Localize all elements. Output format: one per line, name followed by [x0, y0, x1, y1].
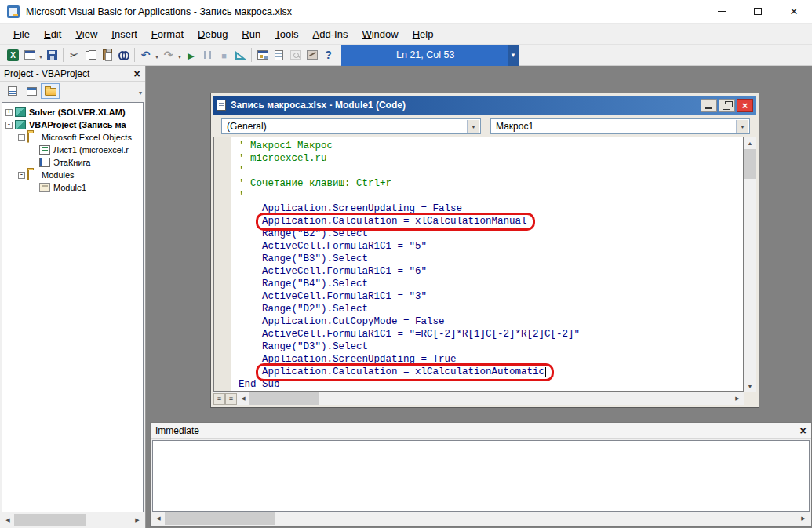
project-panel-title: Project - VBAProject: [4, 68, 89, 79]
full-module-view-button[interactable]: [225, 393, 237, 405]
view-code-button[interactable]: [3, 83, 22, 99]
scroll-down-icon[interactable]: [744, 380, 756, 392]
menu-item-debug[interactable]: Debug: [191, 25, 235, 43]
minimize-button[interactable]: [704, 0, 740, 23]
tree-item-solver[interactable]: Solver (SOLVER.XLAM): [2, 106, 143, 118]
menu-item-format[interactable]: Format: [144, 25, 191, 43]
procedure-dropdown[interactable]: Макрос1: [490, 118, 750, 134]
maximize-button[interactable]: [740, 0, 776, 23]
immediate-content[interactable]: [152, 440, 810, 512]
scroll-up-icon[interactable]: [744, 137, 756, 149]
redo-dropdown-icon[interactable]: [177, 49, 183, 61]
help-button[interactable]: [320, 46, 337, 64]
project-panel-close-button[interactable]: [130, 67, 144, 80]
code-restore-button[interactable]: [719, 99, 735, 112]
undo-dropdown-icon[interactable]: [154, 49, 160, 61]
immediate-title-bar[interactable]: Immediate: [151, 423, 811, 439]
project-panel-hscrollbar[interactable]: [2, 514, 144, 526]
properties-icon: [275, 50, 283, 60]
window-controls: [704, 0, 812, 23]
tree-item-module1[interactable]: Module1: [2, 181, 143, 194]
menu-item-tools[interactable]: Tools: [268, 25, 305, 43]
redo-button[interactable]: [160, 46, 177, 64]
scroll-left-icon[interactable]: [237, 392, 249, 405]
scroll-left-icon[interactable]: [152, 512, 165, 525]
expand-icon[interactable]: [5, 109, 13, 116]
object-dropdown[interactable]: (General): [221, 118, 481, 134]
code-vscrollbar[interactable]: [744, 137, 756, 392]
immediate-hscrollbar[interactable]: [152, 512, 810, 525]
find-button[interactable]: [115, 46, 132, 64]
tree-item-sheet1[interactable]: Лист1 (microexcel.r: [2, 144, 143, 156]
menu-item-run[interactable]: Run: [235, 25, 268, 43]
insert-userform-button[interactable]: [21, 46, 38, 64]
collapse-icon[interactable]: [18, 172, 25, 179]
menu-item-help[interactable]: Help: [406, 25, 441, 43]
module-document-icon: [217, 100, 226, 111]
menu-item-view[interactable]: View: [68, 25, 104, 43]
project-explorer-button[interactable]: [254, 46, 271, 64]
collapse-icon[interactable]: [5, 122, 13, 129]
scroll-left-icon[interactable]: [2, 514, 14, 526]
menu-item-insert[interactable]: Insert: [104, 25, 144, 43]
code-line: ': [239, 165, 743, 177]
break-button[interactable]: [199, 46, 216, 64]
folder-icon: [27, 133, 38, 142]
toolbox-button[interactable]: [304, 46, 320, 64]
code-line: ' Макрос1 Макрос: [239, 140, 743, 152]
code-minimize-button[interactable]: [701, 99, 717, 112]
menu-item-window[interactable]: Window: [355, 25, 405, 43]
scroll-right-icon[interactable]: [731, 392, 744, 405]
toolbar-separator: [251, 48, 252, 62]
scroll-thumb[interactable]: [249, 392, 319, 405]
tree-item-excel-objects[interactable]: Microsoft Excel Objects: [2, 131, 143, 144]
tree-item-thisworkbook[interactable]: ЭтаКнига: [2, 156, 143, 169]
tree-item-modules-folder[interactable]: Modules: [2, 169, 143, 181]
scroll-thumb[interactable]: [744, 149, 756, 179]
code-close-button[interactable]: [737, 99, 753, 112]
save-button[interactable]: [44, 46, 60, 64]
folder-icon: [45, 88, 56, 96]
tree-label: Modules: [42, 170, 75, 180]
cut-button[interactable]: [66, 46, 82, 64]
design-mode-button[interactable]: [232, 46, 249, 64]
scroll-right-icon[interactable]: [797, 512, 810, 525]
paste-button[interactable]: [99, 46, 115, 64]
copy-button[interactable]: [82, 46, 99, 64]
code-window-combo-row: (General) Макрос1: [213, 116, 756, 137]
tree-item-vbaproject[interactable]: VBAProject (Запись ма: [2, 118, 143, 131]
worksheet-icon: [39, 145, 50, 155]
immediate-close-button[interactable]: [796, 424, 810, 437]
undo-button[interactable]: [137, 46, 154, 64]
properties-window-button[interactable]: [271, 46, 287, 64]
scroll-thumb[interactable]: [165, 512, 275, 525]
procedure-view-button[interactable]: [213, 393, 225, 405]
view-object-button[interactable]: [22, 83, 41, 99]
close-button[interactable]: [776, 0, 812, 23]
chevron-down-icon[interactable]: [736, 120, 748, 133]
project-tree: Solver (SOLVER.XLAM) VBAProject (Запись …: [2, 102, 144, 512]
menu-bar: File Edit View Insert Format Debug Run T…: [0, 24, 812, 45]
tree-label: ЭтаКнига: [53, 158, 90, 167]
code-line: ActiveCell.FormulaR1C1 = "=RC[-2]*R[1]C[…: [239, 328, 743, 340]
toolbar-options-button[interactable]: [508, 45, 519, 66]
code-hscrollbar-row: [213, 392, 744, 405]
project-toolbar-options-icon[interactable]: [139, 86, 142, 97]
object-browser-button[interactable]: [287, 46, 304, 64]
chevron-down-icon[interactable]: [467, 120, 479, 133]
menu-item-edit[interactable]: Edit: [37, 25, 68, 43]
menu-item-addins[interactable]: Add-Ins: [306, 25, 355, 43]
menu-item-file[interactable]: File: [6, 25, 37, 43]
insert-dropdown-icon[interactable]: [38, 49, 44, 61]
window-resize-corner[interactable]: [744, 392, 756, 405]
collapse-icon[interactable]: [18, 134, 25, 141]
scroll-thumb[interactable]: [14, 514, 86, 526]
reset-button[interactable]: [216, 46, 232, 64]
code-window-title-bar[interactable]: Запись макроса.xlsx - Module1 (Code): [213, 96, 756, 115]
code-editor[interactable]: ' Макрос1 Макрос ' microexcel.ru ' ' Соч…: [213, 137, 744, 392]
run-button[interactable]: [183, 46, 199, 64]
view-excel-button[interactable]: [5, 46, 21, 64]
scroll-track[interactable]: [744, 179, 756, 380]
scroll-right-icon[interactable]: [131, 514, 144, 526]
toggle-folders-button[interactable]: [41, 83, 60, 99]
